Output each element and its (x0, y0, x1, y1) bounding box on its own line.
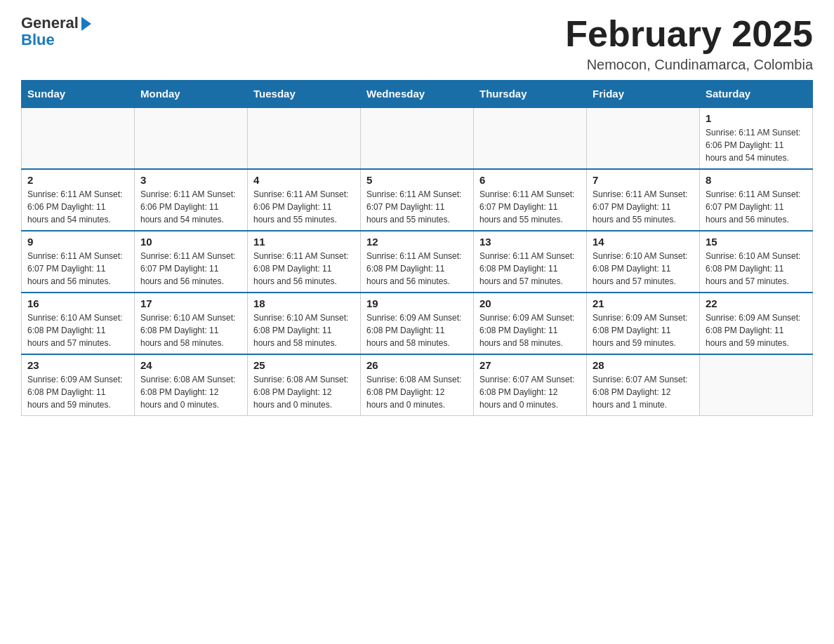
calendar-cell: 21Sunrise: 6:09 AM Sunset: 6:08 PM Dayli… (587, 293, 700, 354)
month-year-title: February 2025 (565, 14, 813, 54)
calendar-cell: 14Sunrise: 6:10 AM Sunset: 6:08 PM Dayli… (587, 231, 700, 293)
day-number: 22 (706, 297, 807, 309)
calendar-cell: 19Sunrise: 6:09 AM Sunset: 6:08 PM Dayli… (361, 293, 474, 354)
calendar-cell: 22Sunrise: 6:09 AM Sunset: 6:08 PM Dayli… (700, 293, 813, 354)
calendar-cell: 27Sunrise: 6:07 AM Sunset: 6:08 PM Dayli… (474, 354, 587, 416)
calendar-cell: 5Sunrise: 6:11 AM Sunset: 6:07 PM Daylig… (361, 169, 474, 231)
calendar-cell: 11Sunrise: 6:11 AM Sunset: 6:08 PM Dayli… (248, 231, 361, 293)
calendar-week-row: 23Sunrise: 6:09 AM Sunset: 6:08 PM Dayli… (22, 354, 813, 416)
day-info-text: Sunrise: 6:10 AM Sunset: 6:08 PM Dayligh… (140, 311, 241, 349)
day-number: 15 (706, 236, 807, 248)
day-info-text: Sunrise: 6:11 AM Sunset: 6:06 PM Dayligh… (253, 188, 355, 226)
calendar-week-row: 2Sunrise: 6:11 AM Sunset: 6:06 PM Daylig… (22, 169, 813, 231)
title-section: February 2025 Nemocon, Cundinamarca, Col… (565, 14, 813, 73)
calendar-cell: 17Sunrise: 6:10 AM Sunset: 6:08 PM Dayli… (135, 293, 248, 354)
day-info-text: Sunrise: 6:11 AM Sunset: 6:07 PM Dayligh… (366, 188, 468, 226)
day-info-text: Sunrise: 6:11 AM Sunset: 6:08 PM Dayligh… (479, 250, 581, 288)
calendar-week-row: 1Sunrise: 6:11 AM Sunset: 6:06 PM Daylig… (22, 107, 813, 169)
day-info-text: Sunrise: 6:09 AM Sunset: 6:08 PM Dayligh… (366, 311, 468, 349)
day-info-text: Sunrise: 6:09 AM Sunset: 6:08 PM Dayligh… (479, 311, 581, 349)
calendar-cell: 28Sunrise: 6:07 AM Sunset: 6:08 PM Dayli… (587, 354, 700, 416)
calendar-cell: 24Sunrise: 6:08 AM Sunset: 6:08 PM Dayli… (135, 354, 248, 416)
day-info-text: Sunrise: 6:09 AM Sunset: 6:08 PM Dayligh… (706, 311, 807, 349)
calendar-cell: 4Sunrise: 6:11 AM Sunset: 6:06 PM Daylig… (248, 169, 361, 231)
day-number: 19 (366, 297, 468, 309)
calendar-cell: 26Sunrise: 6:08 AM Sunset: 6:08 PM Dayli… (361, 354, 474, 416)
weekday-header-tuesday: Tuesday (248, 81, 361, 108)
day-number: 4 (253, 174, 355, 186)
calendar-week-row: 9Sunrise: 6:11 AM Sunset: 6:07 PM Daylig… (22, 231, 813, 293)
day-number: 23 (27, 359, 128, 371)
calendar-cell: 3Sunrise: 6:11 AM Sunset: 6:06 PM Daylig… (135, 169, 248, 231)
day-info-text: Sunrise: 6:11 AM Sunset: 6:06 PM Dayligh… (140, 188, 241, 226)
day-number: 25 (253, 359, 355, 371)
calendar-cell: 9Sunrise: 6:11 AM Sunset: 6:07 PM Daylig… (22, 231, 135, 293)
day-number: 6 (479, 174, 581, 186)
day-info-text: Sunrise: 6:08 AM Sunset: 6:08 PM Dayligh… (140, 373, 241, 411)
logo-blue-text: Blue (21, 31, 55, 49)
calendar-cell: 7Sunrise: 6:11 AM Sunset: 6:07 PM Daylig… (587, 169, 700, 231)
day-number: 20 (479, 297, 581, 309)
weekday-header-row: SundayMondayTuesdayWednesdayThursdayFrid… (22, 81, 813, 108)
day-number: 9 (27, 236, 128, 248)
calendar-cell (22, 107, 135, 169)
day-number: 17 (140, 297, 241, 309)
calendar-cell: 20Sunrise: 6:09 AM Sunset: 6:08 PM Dayli… (474, 293, 587, 354)
day-number: 3 (140, 174, 241, 186)
calendar-cell: 18Sunrise: 6:10 AM Sunset: 6:08 PM Dayli… (248, 293, 361, 354)
calendar-cell: 25Sunrise: 6:08 AM Sunset: 6:08 PM Dayli… (248, 354, 361, 416)
day-number: 21 (593, 297, 694, 309)
day-number: 5 (366, 174, 468, 186)
calendar-cell: 16Sunrise: 6:10 AM Sunset: 6:08 PM Dayli… (22, 293, 135, 354)
calendar-cell: 15Sunrise: 6:10 AM Sunset: 6:08 PM Dayli… (700, 231, 813, 293)
day-info-text: Sunrise: 6:08 AM Sunset: 6:08 PM Dayligh… (366, 373, 468, 411)
calendar-week-row: 16Sunrise: 6:10 AM Sunset: 6:08 PM Dayli… (22, 293, 813, 354)
day-info-text: Sunrise: 6:11 AM Sunset: 6:08 PM Dayligh… (253, 250, 355, 288)
calendar-cell (248, 107, 361, 169)
day-info-text: Sunrise: 6:11 AM Sunset: 6:07 PM Dayligh… (593, 188, 694, 226)
day-info-text: Sunrise: 6:11 AM Sunset: 6:07 PM Dayligh… (706, 188, 807, 226)
logo: General Blue (21, 14, 91, 49)
day-info-text: Sunrise: 6:08 AM Sunset: 6:08 PM Dayligh… (253, 373, 355, 411)
day-info-text: Sunrise: 6:09 AM Sunset: 6:08 PM Dayligh… (27, 373, 128, 411)
day-info-text: Sunrise: 6:10 AM Sunset: 6:08 PM Dayligh… (253, 311, 355, 349)
day-info-text: Sunrise: 6:07 AM Sunset: 6:08 PM Dayligh… (479, 373, 581, 411)
day-number: 2 (27, 174, 128, 186)
calendar-cell: 1Sunrise: 6:11 AM Sunset: 6:06 PM Daylig… (700, 107, 813, 169)
calendar-cell (587, 107, 700, 169)
calendar-cell: 23Sunrise: 6:09 AM Sunset: 6:08 PM Dayli… (22, 354, 135, 416)
calendar-cell: 8Sunrise: 6:11 AM Sunset: 6:07 PM Daylig… (700, 169, 813, 231)
calendar-cell (700, 354, 813, 416)
day-info-text: Sunrise: 6:11 AM Sunset: 6:08 PM Dayligh… (366, 250, 468, 288)
day-number: 24 (140, 359, 241, 371)
day-info-text: Sunrise: 6:11 AM Sunset: 6:07 PM Dayligh… (140, 250, 241, 288)
weekday-header-friday: Friday (587, 81, 700, 108)
day-number: 27 (479, 359, 581, 371)
day-number: 8 (706, 174, 807, 186)
calendar-cell: 10Sunrise: 6:11 AM Sunset: 6:07 PM Dayli… (135, 231, 248, 293)
calendar-cell: 6Sunrise: 6:11 AM Sunset: 6:07 PM Daylig… (474, 169, 587, 231)
weekday-header-sunday: Sunday (22, 81, 135, 108)
day-info-text: Sunrise: 6:11 AM Sunset: 6:07 PM Dayligh… (479, 188, 581, 226)
calendar-cell: 13Sunrise: 6:11 AM Sunset: 6:08 PM Dayli… (474, 231, 587, 293)
weekday-header-saturday: Saturday (700, 81, 813, 108)
page-header: General Blue February 2025 Nemocon, Cund… (21, 14, 813, 73)
day-info-text: Sunrise: 6:11 AM Sunset: 6:06 PM Dayligh… (706, 126, 807, 164)
day-number: 10 (140, 236, 241, 248)
day-number: 1 (706, 112, 807, 124)
calendar-cell (474, 107, 587, 169)
day-number: 28 (593, 359, 694, 371)
day-number: 11 (253, 236, 355, 248)
calendar-cell: 12Sunrise: 6:11 AM Sunset: 6:08 PM Dayli… (361, 231, 474, 293)
logo-arrow-icon (81, 17, 91, 31)
calendar-table: SundayMondayTuesdayWednesdayThursdayFrid… (21, 80, 813, 416)
day-info-text: Sunrise: 6:10 AM Sunset: 6:08 PM Dayligh… (27, 311, 128, 349)
weekday-header-monday: Monday (135, 81, 248, 108)
calendar-body: 1Sunrise: 6:11 AM Sunset: 6:06 PM Daylig… (22, 107, 813, 416)
day-number: 7 (593, 174, 694, 186)
weekday-header-thursday: Thursday (474, 81, 587, 108)
day-info-text: Sunrise: 6:11 AM Sunset: 6:07 PM Dayligh… (27, 250, 128, 288)
day-number: 26 (366, 359, 468, 371)
day-info-text: Sunrise: 6:07 AM Sunset: 6:08 PM Dayligh… (593, 373, 694, 411)
weekday-header-wednesday: Wednesday (361, 81, 474, 108)
